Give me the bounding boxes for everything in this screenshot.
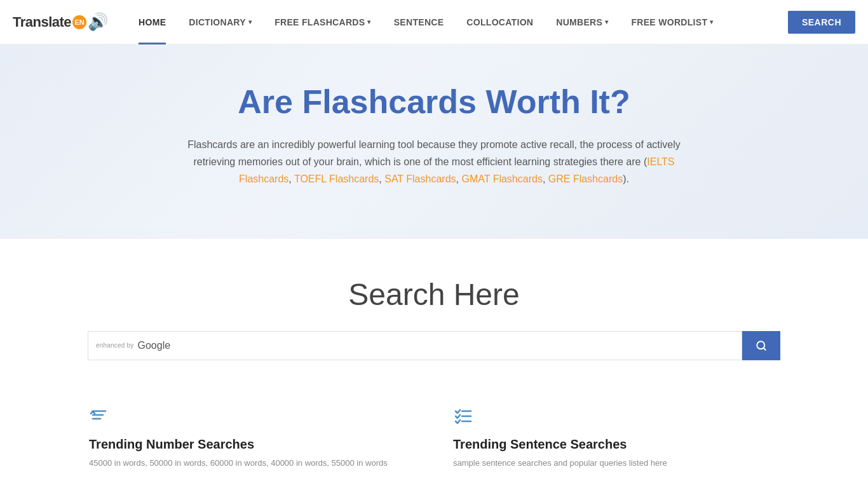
enhanced-by-label: enhanced by	[96, 342, 133, 349]
trending-number-icon	[89, 405, 415, 430]
search-input[interactable]	[170, 332, 734, 360]
trending-sentence-title: Trending Sentence Searches	[453, 437, 779, 452]
logo-badge: EN	[72, 15, 86, 29]
hero-title: Are Flashcards Worth It?	[13, 83, 855, 121]
gmat-flashcards-link[interactable]: GMAT Flashcards	[461, 173, 542, 184]
chevron-down-icon: ▾	[367, 18, 370, 25]
hero-description: Flashcards are an incredibly powerful le…	[180, 136, 688, 188]
search-section-title: Search Here	[13, 277, 855, 312]
svg-line-1	[763, 348, 765, 349]
chevron-down-icon: ▾	[710, 18, 713, 25]
logo[interactable]: TranslateEN🔊	[13, 12, 108, 32]
gre-flashcards-link[interactable]: GRE Flashcards	[548, 173, 623, 184]
nav-item-numbers[interactable]: NUMBERS ▾	[545, 0, 620, 44]
sat-flashcards-link[interactable]: SAT Flashcards	[384, 173, 456, 184]
nav-item-wordlist[interactable]: FREE WORDLIST ▾	[620, 0, 724, 44]
google-label: Google	[137, 340, 170, 351]
trending-number-title: Trending Number Searches	[89, 437, 415, 452]
navbar: TranslateEN🔊 HOME Dictionary ▾ FREE FLAS…	[0, 0, 868, 44]
trending-number-items: 45000 in words, 50000 in words, 60000 in…	[89, 458, 415, 468]
nav-item-home[interactable]: HOME	[127, 0, 177, 44]
list-check-icon	[453, 405, 473, 425]
nav-search-button[interactable]: SEARCH	[788, 11, 855, 34]
nav-item-dictionary[interactable]: Dictionary ▾	[177, 0, 263, 44]
logo-text: Translate	[13, 14, 71, 30]
toefl-flashcards-link[interactable]: TOEFL Flashcards	[294, 173, 379, 184]
logo-icon: 🔊	[88, 12, 108, 32]
trending-number-searches: Trending Number Searches 45000 in words,…	[89, 405, 415, 468]
nav-item-flashcards[interactable]: FREE FLASHCARDS ▾	[263, 0, 382, 44]
search-bar: enhanced by Google	[88, 331, 780, 360]
chevron-down-icon: ▾	[605, 18, 608, 25]
search-input-container: enhanced by Google	[88, 331, 742, 360]
search-icon	[756, 340, 767, 351]
sort-ascending-icon	[89, 405, 109, 425]
trending-sentence-icon	[453, 405, 779, 430]
search-button[interactable]	[742, 331, 780, 360]
hero-section: Are Flashcards Worth It? Flashcards are …	[0, 44, 868, 239]
trending-sentence-items: sample sentence searches and popular que…	[453, 458, 779, 468]
search-section: Search Here enhanced by Google	[0, 239, 868, 386]
nav-item-sentence[interactable]: SENTENCE	[383, 0, 456, 44]
chevron-down-icon: ▾	[248, 18, 252, 25]
nav-links: HOME Dictionary ▾ FREE FLASHCARDS ▾ SENT…	[127, 0, 788, 44]
nav-item-collocation[interactable]: COLLOCATION	[455, 0, 545, 44]
trending-section: Trending Number Searches 45000 in words,…	[0, 386, 868, 488]
trending-sentence-searches: Trending Sentence Searches sample senten…	[453, 405, 779, 468]
